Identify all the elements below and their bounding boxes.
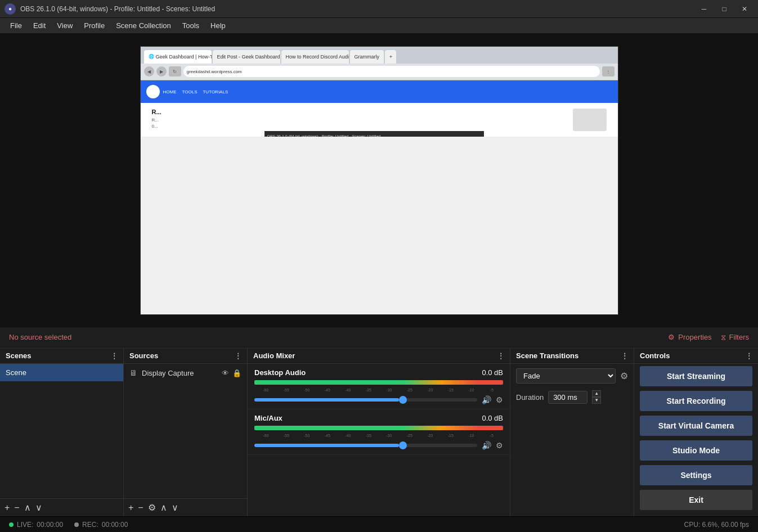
duration-down-button[interactable]: ▼ [592, 397, 601, 404]
desktop-audio-controls: 🔊 ⚙ [254, 395, 503, 404]
source-lock-icon[interactable]: 🔒 [232, 369, 241, 377]
transition-type-select[interactable]: Fade Cut Swipe [516, 368, 616, 384]
menu-view[interactable]: View [51, 19, 78, 32]
start-virtual-camera-button[interactable]: Start Virtual Camera [640, 416, 752, 436]
desktop-audio-settings-button[interactable]: ⚙ [496, 395, 503, 404]
close-button[interactable]: ✕ [735, 3, 753, 15]
no-source-bar: No source selected ⚙ Properties ⧖ Filter… [0, 327, 758, 348]
sources-up-button[interactable]: ∧ [160, 502, 167, 513]
titlebar: ● OBS 26.1.0 (64-bit, windows) - Profile… [0, 0, 758, 18]
url-bar: greekdashd.wordpress.com [183, 66, 600, 77]
sources-menu-icon[interactable]: ⋮ [235, 352, 241, 360]
duration-spinners: ▲ ▼ [592, 390, 601, 404]
properties-filters: ⚙ Properties ⧖ Filters [668, 333, 749, 342]
cpu-label: CPU: 6.6%, 60.00 fps [684, 521, 749, 529]
controls-menu-icon[interactable]: ⋮ [746, 352, 752, 360]
menu-file[interactable]: File [5, 19, 28, 32]
browser-nav: ◀ ▶ ↻ greekdashd.wordpress.com ⋮ [141, 64, 618, 80]
start-recording-button[interactable]: Start Recording [640, 391, 752, 411]
maximize-button[interactable]: □ [715, 3, 733, 15]
window-title: OBS 26.1.0 (64-bit, windows) - Profile: … [20, 5, 695, 13]
duration-input[interactable] [548, 391, 587, 404]
preview-area: 🌐 Geek Dashboard | How-To's, Sm... Edit … [0, 34, 758, 327]
scene-item-0[interactable]: Scene [0, 364, 123, 381]
sources-panel-header: Sources ⋮ [124, 348, 247, 364]
preview-canvas: 🌐 Geek Dashboard | How-To's, Sm... Edit … [140, 46, 618, 315]
rec-time: 00:00:00 [102, 521, 128, 529]
browser-screenshot: 🌐 Geek Dashboard | How-To's, Sm... Edit … [141, 47, 618, 314]
source-eye-icon[interactable]: 👁 [222, 369, 229, 377]
transition-row: Fade Cut Swipe ⚙ [510, 364, 634, 388]
scenes-up-button[interactable]: ∧ [24, 502, 31, 513]
desktop-audio-header: Desktop Audio 0.0 dB [254, 368, 503, 377]
scenes-down-button[interactable]: ∨ [35, 502, 42, 513]
desktop-audio-channel: Desktop Audio 0.0 dB -60-55-50-45-40-35-… [248, 364, 510, 409]
scenes-add-button[interactable]: + [5, 503, 10, 513]
mic-volume-slider[interactable] [254, 444, 477, 447]
start-streaming-button[interactable]: Start Streaming [640, 366, 752, 386]
duration-up-button[interactable]: ▲ [592, 390, 601, 397]
scenes-remove-button[interactable]: − [14, 503, 19, 513]
browser-tab-new: + [385, 50, 396, 64]
mic-aux-fill [254, 426, 503, 430]
browser-tabs: 🌐 Geek Dashboard | How-To's, Sm... Edit … [141, 47, 618, 64]
sources-down-button[interactable]: ∨ [172, 502, 178, 513]
controls-panel-header: Controls ⋮ [634, 348, 758, 364]
desktop-audio-fill [254, 380, 503, 385]
browser-tab-3: How to Record Discord Audio [281, 50, 349, 64]
menu-tools[interactable]: Tools [177, 19, 205, 32]
settings-button[interactable]: Settings [640, 465, 752, 485]
desktop-mute-button[interactable]: 🔊 [482, 395, 491, 404]
sources-settings-button[interactable]: ⚙ [148, 502, 156, 513]
filter-icon: ⧖ [721, 333, 726, 342]
mic-mute-button[interactable]: 🔊 [482, 441, 491, 450]
scenes-panel-header: Scenes ⋮ [0, 348, 123, 364]
filters-button[interactable]: ⧖ Filters [721, 333, 749, 342]
sources-footer: + − ⚙ ∧ ∨ [124, 498, 247, 516]
cpu-status: CPU: 6.6%, 60.00 fps [684, 521, 749, 529]
sources-remove-button[interactable]: − [138, 503, 143, 513]
site-nav: HOMETOOLSTUTORIALS [163, 89, 228, 94]
desktop-audio-db: 0.0 dB [482, 368, 503, 377]
transitions-menu-icon[interactable]: ⋮ [621, 352, 628, 360]
menu-edit[interactable]: Edit [28, 19, 51, 32]
sources-panel: Sources ⋮ 🖥 Display Capture 👁 🔒 + − ⚙ ∧ … [124, 348, 248, 516]
browser-tab-2: Edit Post - Geek Dashboard - W... [213, 50, 280, 64]
bottom-panels: Scenes ⋮ Scene + − ∧ ∨ Sources ⋮ 🖥 Displ… [0, 348, 758, 516]
menu-scene-collection[interactable]: Scene Collection [110, 19, 177, 32]
scenes-menu-icon[interactable]: ⋮ [111, 352, 118, 360]
mic-aux-controls: 🔊 ⚙ [254, 441, 503, 450]
scenes-footer: + − ∧ ∨ [0, 498, 123, 516]
desktop-volume-slider[interactable] [254, 398, 477, 402]
rec-label: REC: [82, 521, 98, 529]
studio-mode-button[interactable]: Studio Mode [640, 440, 752, 461]
properties-button[interactable]: ⚙ Properties [668, 333, 711, 342]
exit-button[interactable]: Exit [640, 490, 752, 510]
transition-settings-button[interactable]: ⚙ [620, 371, 628, 381]
audio-panel-header: Audio Mixer ⋮ [248, 348, 510, 364]
sources-add-button[interactable]: + [128, 503, 133, 513]
mic-aux-db: 0.0 dB [482, 414, 503, 422]
audio-menu-icon[interactable]: ⋮ [497, 352, 504, 360]
mic-aux-meter [254, 426, 503, 430]
mic-audio-settings-button[interactable]: ⚙ [496, 441, 503, 450]
desktop-audio-labels: -60-55-50-45-40-35-30-25-20-15-10-5 [254, 388, 503, 392]
source-item-0[interactable]: 🖥 Display Capture 👁 🔒 [124, 364, 247, 382]
browser-content: HOMETOOLSTUTORIALS OBS 26.1.0 (64-bit, w… [141, 80, 618, 137]
rec-status: REC: 00:00:00 [74, 521, 128, 529]
gear-icon: ⚙ [668, 333, 675, 341]
no-source-text: No source selected [9, 333, 71, 341]
minimize-button[interactable]: ─ [695, 3, 713, 15]
window-controls: ─ □ ✕ [695, 3, 753, 15]
menu-profile[interactable]: Profile [78, 19, 110, 32]
duration-row: Duration ▲ ▼ [510, 388, 634, 406]
browser-tab-4: Grammarly [350, 50, 384, 64]
menubar: File Edit View Profile Scene Collection … [0, 18, 758, 34]
source-name: Display Capture [142, 369, 194, 377]
app-icon: ● [5, 3, 16, 15]
display-capture-icon: 🖥 [129, 368, 137, 377]
audio-panel: Audio Mixer ⋮ Desktop Audio 0.0 dB -60-5… [248, 348, 510, 516]
menu-help[interactable]: Help [205, 19, 231, 32]
live-time: 00:00:00 [37, 521, 63, 529]
browser-tab-1: 🌐 Geek Dashboard | How-To's, Sm... [144, 50, 212, 64]
